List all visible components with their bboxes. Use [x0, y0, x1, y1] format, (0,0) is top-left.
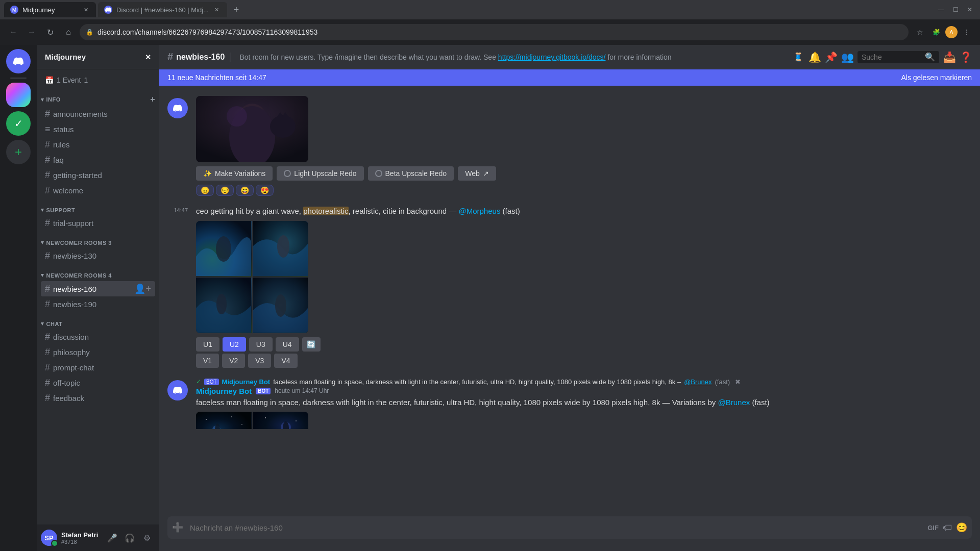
minimize-button[interactable]: —	[935, 4, 947, 16]
maximize-button[interactable]: ☐	[949, 4, 962, 16]
channel-label: off-topic	[53, 379, 80, 387]
channel-welcome[interactable]: # welcome	[41, 183, 155, 198]
wave-image-grid[interactable]	[196, 221, 308, 333]
emoji-button[interactable]: 😊	[955, 521, 968, 534]
message-content-wave: ceo getting hit by a giant wave, photore…	[196, 206, 972, 370]
server-icon-add[interactable]: +	[6, 140, 31, 164]
forward-button[interactable]: →	[24, 25, 39, 39]
channel-newbies-130[interactable]: # newbies-130	[41, 248, 155, 263]
reaction-sad[interactable]: 😔	[216, 185, 234, 196]
space-image-grid[interactable]	[196, 412, 308, 447]
server-header[interactable]: Midjourney ✕	[37, 45, 159, 69]
gif-button[interactable]: GIF	[927, 521, 939, 534]
home-button[interactable]: ⌂	[61, 25, 76, 39]
channel-getting-started[interactable]: # getting-started	[41, 168, 155, 183]
v1-button[interactable]: V1	[196, 354, 219, 368]
tab-close-discord[interactable]: ✕	[213, 6, 221, 14]
channel-newbies-160[interactable]: # newbies-160 👤+	[41, 281, 155, 296]
channel-discussion[interactable]: # discussion	[41, 330, 155, 344]
channel-announcements[interactable]: # announcements	[41, 107, 155, 121]
v2-button[interactable]: V2	[222, 354, 245, 368]
reload-button[interactable]: ↻	[43, 25, 57, 39]
upscale-icon	[284, 170, 291, 177]
mark-read-button[interactable]: Als gelesen markieren	[901, 73, 972, 82]
header-attribution-link[interactable]: @Brunex	[684, 378, 712, 386]
attribution-link-space[interactable]: @Brunex	[718, 398, 750, 407]
hash-icon: #	[45, 170, 50, 181]
header-actions: 🧵 🔔 📌 👥 🔍 📥 ❓	[792, 51, 972, 63]
chrome-menu-icon[interactable]: ⋮	[960, 25, 974, 39]
category-info[interactable]: ▾ INFO +	[37, 87, 159, 106]
server-icon-green[interactable]: ✓	[6, 111, 31, 136]
u1-button[interactable]: U1	[196, 337, 219, 352]
light-upscale-button[interactable]: Light Upscale Redo	[277, 166, 363, 181]
u3-button[interactable]: U3	[249, 337, 273, 352]
inbox-button[interactable]: 📥	[943, 51, 955, 63]
beta-upscale-button[interactable]: Beta Upscale Redo	[368, 166, 454, 181]
notification-button[interactable]: 🔔	[808, 51, 821, 63]
message-input[interactable]	[188, 518, 923, 537]
channel-off-topic[interactable]: # off-topic	[41, 375, 155, 390]
variations-icon: ✨	[203, 169, 212, 178]
refresh-button[interactable]: 🔄	[302, 337, 321, 352]
channel-desc-link[interactable]: https://midjourney.gitbook.io/docs/	[498, 53, 606, 61]
deafen-button[interactable]: 🎧	[121, 530, 138, 546]
category-chat[interactable]: ▾ CHAT	[37, 312, 159, 329]
channel-label: discussion	[53, 333, 89, 341]
channel-list: 📅 1 Event 1 ▾ INFO + # announcements ≡ s…	[37, 69, 159, 524]
attribution-link[interactable]: @Morpheus	[458, 207, 500, 215]
category-newcomer3[interactable]: ▾ NEWCOMER ROOMS 3	[37, 231, 159, 248]
channel-event[interactable]: 📅 1 Event 1	[41, 74, 155, 86]
user-actions: 🎤 🎧 ⚙	[104, 530, 155, 546]
reaction-happy[interactable]: 😄	[236, 185, 254, 196]
add-member-icon[interactable]: 👤+	[134, 283, 151, 294]
space-image-cell-2	[253, 412, 308, 429]
pin-button[interactable]: 📌	[825, 51, 837, 63]
channel-newbies-190[interactable]: # newbies-190	[41, 297, 155, 312]
discord-home-button[interactable]	[6, 49, 31, 73]
web-button[interactable]: Web ↗	[458, 166, 496, 181]
reaction-angry[interactable]: 😠	[196, 185, 214, 196]
v4-button[interactable]: V4	[274, 354, 297, 368]
tab-midjourney[interactable]: M Midjourney ✕	[4, 2, 96, 17]
settings-button[interactable]: ⚙	[139, 530, 155, 546]
back-button[interactable]: ←	[6, 25, 20, 39]
add-content-button[interactable]: ➕	[172, 521, 184, 534]
server-icon-midjourney[interactable]	[6, 83, 31, 107]
search-box[interactable]: 🔍	[857, 51, 939, 63]
channel-status[interactable]: ≡ status	[41, 122, 155, 137]
channel-prompt-chat[interactable]: # prompt-chat	[41, 360, 155, 375]
extension-icon[interactable]: 🧩	[929, 25, 943, 39]
channel-philosophy[interactable]: # philosophy	[41, 345, 155, 360]
bookmark-star-icon[interactable]: ☆	[913, 25, 927, 39]
u2-button[interactable]: U2	[223, 337, 246, 352]
help-button[interactable]: ❓	[960, 51, 972, 63]
tab-close-mj[interactable]: ✕	[82, 6, 90, 14]
channel-faq[interactable]: # faq	[41, 153, 155, 167]
members-button[interactable]: 👥	[841, 51, 853, 63]
channel-label: announcements	[53, 110, 108, 118]
new-tab-button[interactable]: +	[229, 3, 243, 17]
delete-message-icon[interactable]: ✖	[735, 378, 741, 386]
reaction-love[interactable]: 😍	[256, 185, 274, 196]
category-support[interactable]: ▾ SUPPORT	[37, 198, 159, 215]
category-add-icon[interactable]: +	[150, 95, 155, 104]
category-newcomer4[interactable]: ▾ NEWCOMER ROOMS 4	[37, 264, 159, 281]
hash-icon: #	[45, 155, 50, 165]
threads-button[interactable]: 🧵	[792, 51, 804, 63]
message-header-line: ✓ BOT Midjourney Bot faceless man floati…	[196, 378, 972, 386]
close-button[interactable]: ✕	[964, 4, 976, 16]
channel-rules[interactable]: # rules	[41, 137, 155, 152]
bot-badge-space: BOT	[256, 388, 271, 394]
channel-feedback[interactable]: # feedback	[41, 391, 155, 406]
make-variations-button[interactable]: ✨ Make Variations	[196, 166, 273, 181]
profile-icon[interactable]: A	[945, 26, 958, 38]
tab-discord[interactable]: Discord | #newbies-160 | Midj... ✕	[98, 2, 227, 17]
v3-button[interactable]: V3	[248, 354, 271, 368]
sticker-button[interactable]: 🏷	[941, 521, 953, 534]
search-input[interactable]	[862, 53, 923, 61]
u4-button[interactable]: U4	[276, 337, 299, 352]
mute-button[interactable]: 🎤	[104, 530, 120, 546]
address-bar[interactable]: 🔒 discord.com/channels/66226797698429747…	[80, 24, 909, 40]
channel-trial-support[interactable]: # trial-support	[41, 216, 155, 231]
